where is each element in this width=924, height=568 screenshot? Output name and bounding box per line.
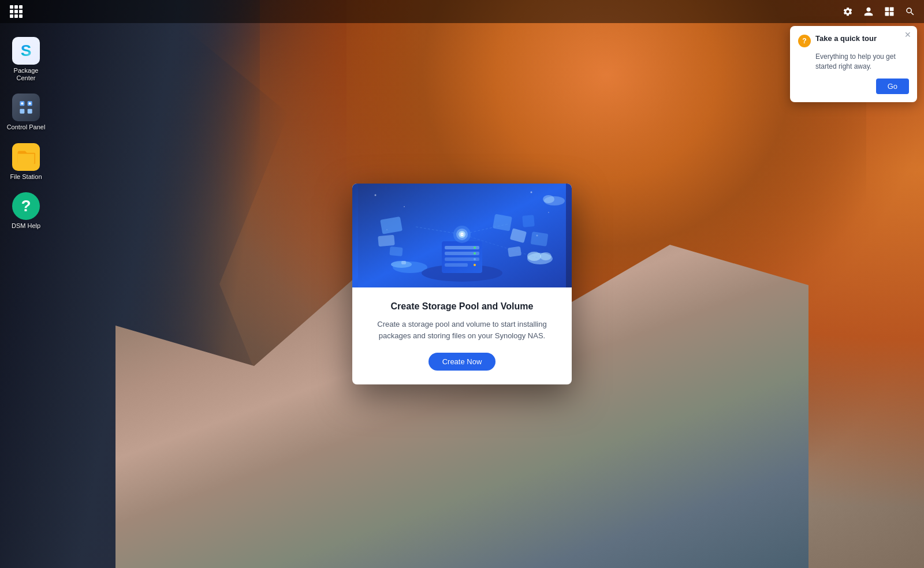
svg-rect-18 — [378, 235, 394, 246]
quick-tour-tooltip: ✕ ? Take a quick tour Everything to help… — [790, 26, 917, 102]
quick-tour-go-button[interactable]: Go — [876, 79, 909, 94]
svg-point-14 — [548, 212, 549, 213]
tour-icon: ? — [798, 35, 811, 47]
svg-point-44 — [540, 252, 552, 260]
svg-rect-41 — [508, 246, 521, 257]
svg-point-29 — [474, 246, 476, 249]
modal-content: Create Storage Pool and Volume Create a … — [352, 287, 572, 384]
quick-tour-description: Everything to help you get started right… — [815, 52, 909, 72]
quick-tour-title: Take a quick tour — [815, 34, 877, 43]
svg-point-13 — [531, 192, 532, 193]
svg-point-43 — [527, 252, 541, 261]
create-now-button[interactable]: Create Now — [429, 353, 496, 371]
create-storage-modal: Create Storage Pool and Volume Create a … — [352, 184, 572, 384]
svg-rect-40 — [531, 231, 549, 246]
svg-point-30 — [474, 252, 476, 255]
svg-rect-19 — [389, 246, 403, 256]
svg-point-11 — [375, 195, 377, 196]
svg-rect-28 — [445, 263, 468, 267]
svg-rect-37 — [493, 214, 512, 231]
storage-illustration — [358, 184, 566, 287]
modal-illustration — [352, 184, 572, 287]
svg-rect-22 — [401, 261, 406, 264]
svg-point-46 — [543, 195, 554, 203]
modal-description: Create a storage pool and volume to star… — [366, 319, 558, 341]
svg-point-21 — [391, 261, 412, 268]
quick-tour-close-button[interactable]: ✕ — [904, 31, 911, 39]
quick-tour-header: ? Take a quick tour — [798, 34, 909, 47]
svg-point-32 — [474, 264, 476, 266]
modal-overlay: Create Storage Pool and Volume Create a … — [0, 0, 924, 568]
svg-rect-39 — [522, 215, 535, 227]
svg-point-12 — [404, 206, 405, 207]
modal-title: Create Storage Pool and Volume — [366, 301, 558, 312]
svg-point-31 — [474, 258, 476, 260]
desktop: S Package Center Control Panel — [0, 0, 924, 568]
